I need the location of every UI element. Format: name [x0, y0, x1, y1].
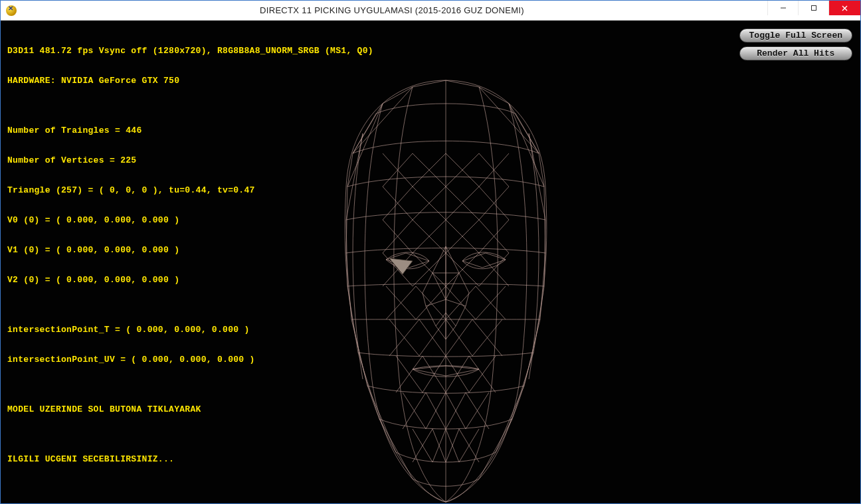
svg-line-118: [462, 253, 486, 261]
svg-line-35: [479, 419, 512, 479]
svg-line-30: [540, 253, 545, 319]
window-frame: DIRECTX 11 PICKING UYGULAMASI (2015-2016…: [0, 0, 861, 504]
render-all-hits-button[interactable]: Render All Hits: [739, 46, 852, 60]
svg-line-5: [353, 87, 413, 153]
svg-line-16: [351, 319, 367, 386]
minimize-button[interactable]: [767, 1, 798, 15]
maximize-button[interactable]: [798, 1, 828, 15]
svg-line-124: [446, 369, 479, 376]
d3d-viewport[interactable]: D3D11 481.72 fps Vsync off (1280x720), R…: [1, 21, 860, 503]
svg-line-8: [413, 80, 446, 87]
svg-line-9: [383, 87, 413, 104]
app-icon: [6, 5, 17, 16]
debug-line: D3D11 481.72 fps Vsync off (1280x720), R…: [7, 46, 373, 56]
svg-line-27: [529, 133, 545, 220]
titlebar[interactable]: DIRECTX 11 PICKING UYGULAMASI (2015-2016…: [1, 1, 860, 21]
svg-line-33: [512, 353, 533, 419]
svg-line-19: [379, 419, 413, 479]
svg-line-24: [446, 80, 479, 87]
svg-line-113: [386, 253, 406, 260]
svg-line-111: [423, 293, 426, 306]
svg-line-22: [509, 104, 544, 187]
selected-triangle[interactable]: [389, 258, 413, 274]
svg-line-14: [346, 253, 351, 319]
close-button[interactable]: [828, 1, 860, 15]
svg-line-21: [479, 87, 539, 153]
svg-line-18: [367, 386, 396, 452]
svg-line-109: [423, 273, 432, 293]
svg-line-17: [358, 353, 379, 419]
toggle-fullscreen-button[interactable]: Toggle Full Screen: [739, 29, 852, 42]
svg-line-110: [459, 273, 469, 293]
window-controls: [767, 1, 860, 20]
svg-line-6: [347, 104, 383, 187]
wireframe-mesh[interactable]: [313, 74, 579, 503]
svg-line-11: [346, 133, 363, 220]
svg-rect-1: [811, 6, 816, 11]
svg-line-117: [486, 253, 506, 260]
svg-line-112: [466, 293, 469, 306]
viewport-buttons: Toggle Full Screen Render All Hits: [739, 29, 852, 60]
svg-line-25: [479, 87, 509, 104]
svg-line-114: [406, 253, 429, 261]
svg-line-123: [413, 369, 446, 376]
svg-line-32: [524, 319, 540, 386]
window-title: DIRECTX 11 PICKING UYGULAMASI (2015-2016…: [17, 5, 767, 15]
svg-line-34: [496, 386, 524, 452]
